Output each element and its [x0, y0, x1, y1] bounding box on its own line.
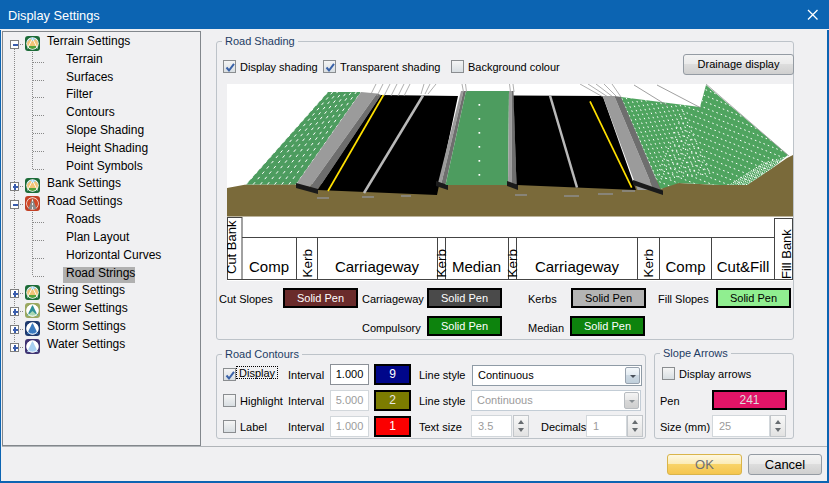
svg-text:Carriageway: Carriageway	[335, 258, 420, 275]
svg-text:Kerb: Kerb	[641, 249, 656, 278]
svg-text:Kerb: Kerb	[505, 249, 520, 278]
svg-text:Cut&Fill: Cut&Fill	[717, 258, 770, 275]
svg-text:Carriageway: Carriageway	[535, 258, 620, 275]
svg-text:Fill Bank: Fill Bank	[779, 229, 793, 279]
svg-text:Comp: Comp	[665, 258, 705, 275]
svg-text:Comp: Comp	[249, 258, 289, 275]
svg-text:Kerb: Kerb	[434, 249, 449, 278]
svg-text:Kerb: Kerb	[300, 249, 315, 278]
svg-text:Median: Median	[452, 258, 501, 275]
svg-text:Cut Bank: Cut Bank	[227, 220, 239, 274]
